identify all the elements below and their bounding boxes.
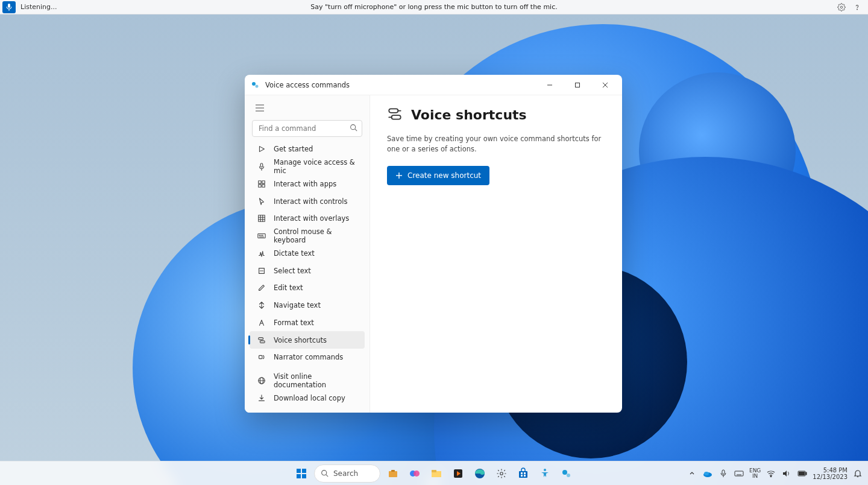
sidebar-item-label: Format text	[274, 319, 314, 327]
settings-icon[interactable]	[837, 2, 846, 12]
create-shortcut-label: Create new shortcut	[407, 171, 481, 180]
svg-rect-7	[576, 83, 580, 87]
sidebar-item-label: Get started	[274, 145, 313, 153]
sidebar-item-get-started[interactable]: Get started	[250, 141, 365, 158]
svg-point-30	[261, 235, 262, 236]
sidebar-footer-download-local-copy[interactable]: Download local copy	[250, 389, 365, 407]
taskbar-app-mediaplayer[interactable]	[449, 464, 467, 483]
sidebar-item-select-text[interactable]: Select text	[250, 262, 365, 279]
svg-point-52	[414, 471, 420, 477]
svg-rect-69	[722, 470, 725, 474]
sidebar-item-manage-voice-access-mic[interactable]: Manage voice access & mic	[250, 158, 365, 176]
tray-mic-icon[interactable]	[718, 468, 729, 479]
taskbar-search[interactable]: Search	[314, 464, 380, 483]
svg-rect-49	[389, 471, 397, 477]
sidebar-item-interact-with-apps[interactable]: Interact with apps	[250, 175, 365, 192]
svg-rect-46	[302, 474, 306, 478]
app-icon	[251, 80, 260, 90]
svg-rect-61	[524, 472, 526, 474]
tray-volume-icon[interactable]	[781, 468, 792, 479]
taskbar: Search ENG IN 5:48 PM 12/13/2023	[0, 461, 868, 485]
taskbar-app-store[interactable]	[514, 464, 532, 483]
svg-rect-39	[389, 109, 398, 113]
command-search-input[interactable]	[252, 120, 362, 137]
taskbar-app-explorer[interactable]	[427, 464, 445, 483]
taskbar-app-accessibility[interactable]	[536, 464, 554, 483]
minimize-button[interactable]	[536, 76, 563, 94]
svg-point-5	[256, 84, 259, 87]
svg-rect-35	[259, 356, 262, 359]
help-icon[interactable]	[852, 2, 862, 12]
svg-marker-74	[783, 471, 787, 477]
main-heading: Voice shortcuts	[411, 107, 527, 122]
close-button[interactable]	[592, 76, 618, 94]
window-title: Voice access commands	[265, 81, 350, 89]
sidebar-item-label: Interact with apps	[274, 180, 336, 188]
svg-rect-77	[799, 472, 805, 475]
sidebar-item-label: Interact with overlays	[274, 214, 349, 223]
taskbar-app-voiceaccess[interactable]	[558, 464, 576, 483]
tray-clock[interactable]: 5:48 PM 12/13/2023	[813, 467, 848, 480]
sidebar: Get started Manage voice access & mic In…	[245, 95, 370, 413]
create-shortcut-button[interactable]: Create new shortcut	[387, 166, 489, 185]
cursor-icon	[257, 197, 266, 206]
grid-icon	[257, 214, 266, 223]
svg-rect-18	[259, 181, 261, 183]
hamburger-button[interactable]	[251, 100, 269, 116]
taskbar-app-settings[interactable]	[492, 464, 511, 483]
tray-keyboard-icon[interactable]	[734, 468, 744, 479]
download-icon	[257, 393, 266, 403]
sidebar-item-control-mouse-keyboard[interactable]: Control mouse & keyboard	[250, 227, 365, 245]
svg-rect-20	[259, 185, 261, 187]
tray-notifications-icon[interactable]	[852, 468, 863, 479]
sidebar-item-edit-text[interactable]: Edit text	[250, 279, 365, 297]
voice-access-bar: Listening... Say "turn off microphone" o…	[0, 0, 868, 14]
tray-chevron-icon[interactable]	[687, 468, 697, 479]
svg-point-29	[259, 235, 260, 236]
svg-rect-76	[806, 472, 807, 475]
svg-point-31	[262, 235, 263, 236]
svg-rect-22	[259, 215, 265, 222]
select-icon	[257, 266, 266, 276]
apps-icon	[257, 179, 266, 189]
sidebar-item-label: Visit online documentation	[274, 372, 359, 389]
tray-language[interactable]: ENG IN	[749, 468, 761, 479]
taskbar-app-copilot[interactable]	[406, 464, 424, 483]
tray-wifi-icon[interactable]	[766, 468, 776, 479]
svg-rect-16	[260, 163, 263, 167]
svg-rect-40	[392, 115, 401, 119]
sidebar-item-format-text[interactable]: Format text	[250, 314, 365, 332]
sidebar-item-label: Interact with controls	[274, 197, 347, 206]
voice-hint-text: Say "turn off microphone" or long press …	[0, 3, 868, 11]
window-titlebar[interactable]: Voice access commands	[245, 75, 622, 95]
svg-rect-34	[260, 341, 265, 343]
sidebar-item-label: Manage voice access & mic	[274, 158, 359, 175]
maximize-button[interactable]	[564, 76, 591, 94]
main-panel: Voice shortcuts Save time by creating yo…	[370, 95, 622, 413]
svg-point-64	[544, 469, 546, 471]
svg-rect-43	[297, 469, 301, 473]
mic-toggle-button[interactable]	[2, 1, 16, 13]
sidebar-item-label: Navigate text	[274, 301, 321, 309]
taskbar-app-briefcase[interactable]	[384, 464, 402, 483]
sidebar-item-interact-with-overlays[interactable]: Interact with overlays	[250, 210, 365, 227]
sidebar-item-label: Voice shortcuts	[274, 336, 327, 344]
sidebar-footer-visit-online-documentation[interactable]: Visit online documentation	[250, 372, 365, 389]
taskbar-search-placeholder: Search	[333, 469, 358, 478]
svg-rect-44	[302, 469, 306, 473]
start-button[interactable]	[292, 464, 310, 483]
svg-rect-62	[521, 475, 523, 477]
tray-onedrive-icon[interactable]	[702, 468, 713, 479]
sidebar-item-navigate-text[interactable]: Navigate text	[250, 297, 365, 314]
sidebar-item-label: Dictate text	[274, 249, 315, 258]
svg-line-48	[326, 475, 328, 477]
sidebar-item-narrator-commands[interactable]: Narrator commands	[250, 349, 365, 366]
format-icon	[257, 318, 266, 328]
sidebar-item-voice-shortcuts[interactable]: Voice shortcuts	[250, 331, 365, 349]
shortcut-icon	[257, 335, 266, 345]
taskbar-app-edge[interactable]	[471, 464, 489, 483]
dictate-icon	[257, 249, 266, 258]
tray-battery-icon[interactable]	[797, 468, 808, 479]
sidebar-item-interact-with-controls[interactable]: Interact with controls	[250, 192, 365, 210]
sidebar-item-dictate-text[interactable]: Dictate text	[250, 244, 365, 262]
